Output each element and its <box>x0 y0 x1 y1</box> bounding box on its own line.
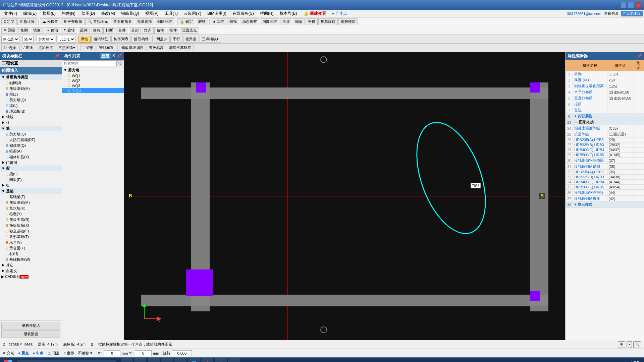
taskbar-app-cortana[interactable]: ○ <box>134 358 146 362</box>
btn-two-points[interactable]: 网点井 <box>154 36 170 43</box>
btn-extend[interactable]: 延伸 <box>78 27 90 34</box>
menu-brand[interactable]: ● 广小二 <box>329 10 351 17</box>
rotation-input[interactable] <box>172 350 192 356</box>
snap-cross[interactable]: ✕ 交点 <box>1 351 15 356</box>
menu-cloud[interactable]: 云应用(Y) <box>181 10 204 17</box>
floor-select[interactable]: 第-1层 <box>1 36 19 43</box>
btn-wall-base[interactable]: 墙底平基础底 <box>167 45 194 51</box>
snap-center[interactable]: ● 中点 <box>32 351 45 356</box>
btn-lock[interactable]: 🔒 锁定 <box>177 18 195 25</box>
tree-axis-net[interactable]: ⊞ 轴网(J) <box>0 80 62 86</box>
btn-local-3d[interactable]: 局部三维 <box>260 18 279 25</box>
tree-pile-cap-col[interactable]: ⊞ 柱墩(Y) <box>0 211 62 217</box>
canvas-area[interactable]: B B Y X 79% <box>124 52 565 340</box>
comp-item-WQ3[interactable]: ⊙ WQ3 <box>62 83 124 88</box>
tree-found-slab-band[interactable]: ⊞ 基础板带(W) <box>0 257 62 262</box>
btn-trim[interactable]: 修剪 <box>91 27 103 34</box>
menu-floor[interactable]: 楼层(L) <box>40 10 58 17</box>
menu-file[interactable]: 文件(F) <box>1 10 20 17</box>
tree-custom[interactable]: ▶ 自定义 <box>0 268 62 274</box>
btn-line[interactable]: / 直线 <box>21 45 35 51</box>
close-button[interactable]: ✕ <box>635 2 641 8</box>
btn-rect[interactable]: □ 矩形 <box>80 45 96 51</box>
tree-slab[interactable]: ⊞ 现浇板(B) <box>0 109 62 114</box>
tree-shear-wall[interactable]: ⊞ 剪力墙(Q) <box>0 97 62 103</box>
btn-view-rebar[interactable]: 查看钢筋量 <box>111 18 134 25</box>
btn-set-support[interactable]: 设置支点 <box>180 27 199 34</box>
nav-section-drawing[interactable]: 绘图输入 <box>0 67 62 74</box>
btn-split[interactable]: 分割 <box>129 27 141 34</box>
btn-dynamic-obs[interactable]: 动态观察 <box>240 18 259 25</box>
btn-three-point-arc[interactable]: 三点辅线▾ <box>200 36 221 43</box>
btn-pan[interactable]: 平移 <box>306 18 318 25</box>
help-btn[interactable]: ? 我要建设 <box>621 11 643 16</box>
comp-attach-btn[interactable]: 📌 <box>117 53 122 59</box>
y-input[interactable] <box>135 350 152 356</box>
snap-midpoint[interactable]: ● 重点 <box>17 351 30 356</box>
comp-item-JLQ1[interactable]: ⊙ JLQ-1 <box>62 88 124 93</box>
tree-beam[interactable]: ⊞ 梁(L) <box>0 103 62 109</box>
comp-new-btn[interactable]: 新建 <box>100 53 111 59</box>
btn-angle-point[interactable]: 按角点 <box>183 36 199 43</box>
btn-pick-comp[interactable]: 拾取构件 <box>131 36 151 43</box>
btn-copy[interactable]: 复制 <box>18 27 30 34</box>
taskbar-search[interactable]: 🔍 在这里输入你要搜索的内容 🎤 <box>16 360 117 362</box>
taskbar-app-explorer[interactable]: 📁 <box>161 358 173 362</box>
tree-strip-found[interactable]: ⊞ 条形基础(T) <box>0 234 62 240</box>
btn-search-view[interactable]: 🔍 <box>633 341 641 348</box>
menu-tools[interactable]: 工具(T) <box>162 10 180 17</box>
tree-other[interactable]: ▶ 其它 <box>0 262 62 268</box>
tree-sump[interactable]: ⊞ 集水坑(K) <box>0 205 62 211</box>
menu-component[interactable]: 构件(N) <box>59 10 78 17</box>
menu-draw[interactable]: 绘图(D) <box>79 10 98 17</box>
type-select[interactable]: 墙 <box>22 36 34 43</box>
btn-break[interactable]: 打断 <box>103 27 115 34</box>
taskbar-app-cad[interactable]: 文 <box>215 358 227 362</box>
btn-stretch[interactable]: 拉伸 <box>167 27 179 34</box>
taskbar-app-taskview[interactable]: ⊞ <box>121 358 133 362</box>
btn-3pt-arc[interactable]: 三点画弧▾ <box>56 45 77 51</box>
tree-axis[interactable]: ▶ 轴线 <box>0 114 62 120</box>
tree-found-beam[interactable]: ⊞ 基础梁(F) <box>0 194 62 200</box>
btn-find-elem[interactable]: 🔍 查找图元 <box>85 18 110 25</box>
taskbar-app-browser[interactable]: 🌐 <box>188 358 200 362</box>
btn-2d[interactable]: ■ 二维 <box>211 18 226 25</box>
btn-mirror[interactable]: 镜像 <box>31 27 43 34</box>
tree-wall-section[interactable]: ▼ 墙 <box>0 126 62 131</box>
tree-hidden-beam[interactable]: ⊞ 暗梁(A) <box>0 148 62 154</box>
btn-edit-rebar[interactable]: 编辑钢筋 <box>91 36 111 43</box>
tree-raft-neg[interactable]: ⊞ 筏板负筋(X) <box>0 223 62 228</box>
snap-no-offset[interactable]: 不偏移 ▾ <box>77 351 94 356</box>
btn-change-elev[interactable]: 查改标高 <box>147 45 166 51</box>
tree-pile-cap-beam[interactable]: ⊞ 承台梁(F) <box>0 245 62 251</box>
menu-help[interactable]: 帮助(H) <box>257 10 276 17</box>
maximize-button[interactable]: □ <box>628 2 634 8</box>
btn-single-input[interactable]: 单构件输入 <box>1 322 60 329</box>
tree-cad[interactable]: ▶ CAD识别 NEW <box>0 274 62 280</box>
comp-close-btn[interactable]: ✕ <box>112 53 115 59</box>
tree-raft-main[interactable]: ⊞ 筏板主筋(R) <box>0 217 62 223</box>
btn-offset[interactable]: 偏移 <box>154 27 166 34</box>
tree-ring-beam[interactable]: ⊞ 圈梁(E) <box>0 177 62 183</box>
menu-new-change[interactable]: 🔔 新建变更 <box>301 10 328 17</box>
tree-masonry-wall[interactable]: ⊞ 砌体墙(Q) <box>0 143 62 148</box>
btn-select-floor[interactable]: 选择楼层 <box>338 18 358 25</box>
nav-pin-icon[interactable]: 📌 <box>55 54 60 58</box>
tree-shear-wall2[interactable]: ⊞ 剪力墙(Q) <box>0 131 62 137</box>
btn-unlock[interactable]: 解锁 <box>196 18 208 25</box>
tree-pile-cap[interactable]: ⊞ 承台(V) <box>0 240 62 245</box>
btn-zoom[interactable]: 缩放 <box>293 18 305 25</box>
btn-parallel[interactable]: 平行 <box>170 36 182 43</box>
tree-door-window[interactable]: ▶ 门窗洞 <box>0 160 62 166</box>
btn-delete[interactable]: ✕ 删除 <box>1 27 17 34</box>
btn-report[interactable]: 报表预览 <box>1 330 60 338</box>
tree-raft2[interactable]: ⊞ 筏板基础(M) <box>0 200 62 205</box>
tree-common-types[interactable]: ▼ 常用构件类型 <box>0 74 62 80</box>
btn-align[interactable]: 对齐 <box>142 27 154 34</box>
snap-vertex[interactable]: △ 顶点 <box>46 351 61 356</box>
btn-properties[interactable]: 属性 <box>78 36 91 43</box>
btn-summary[interactable]: 汇总计算 <box>17 18 37 25</box>
tree-isolated-found[interactable]: ⊞ 独立基础(F) <box>0 228 62 234</box>
btn-rebar-3d[interactable]: 钢筋三维 <box>155 18 174 25</box>
btn-smart-place[interactable]: 智能布置 <box>97 45 116 51</box>
